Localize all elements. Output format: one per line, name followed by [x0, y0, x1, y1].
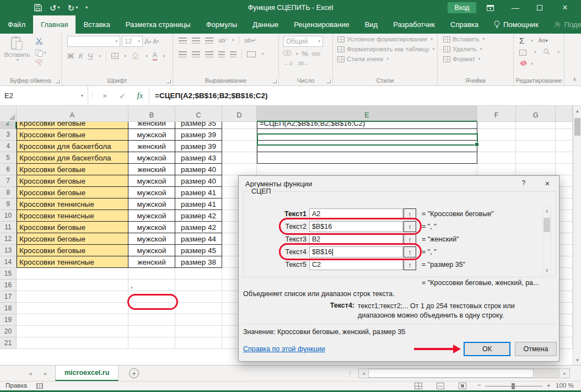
- cell-E5[interactable]: [257, 152, 477, 164]
- column-header-A[interactable]: A: [17, 106, 128, 122]
- merge-center-icon[interactable]: [247, 51, 256, 57]
- cell-A11[interactable]: Кроссовки беговые: [17, 222, 128, 233]
- row-header-15[interactable]: 15: [0, 268, 17, 280]
- increase-indent-icon[interactable]: [230, 51, 236, 57]
- cell-A4[interactable]: Кроссовки для баскетбола: [17, 141, 128, 152]
- close-button[interactable]: ×: [556, 0, 574, 15]
- cell-A20[interactable]: [17, 326, 128, 337]
- delete-cells-button[interactable]: Удалить▾: [443, 46, 513, 52]
- cell-C4[interactable]: размер 39: [175, 141, 222, 152]
- cell-C9[interactable]: размер 41: [175, 198, 222, 210]
- row-header-19[interactable]: 19: [0, 314, 17, 326]
- cell-B16[interactable]: ,: [128, 280, 175, 291]
- cell-C17[interactable]: [175, 291, 222, 303]
- column-header-partial[interactable]: [556, 106, 573, 122]
- cell-C15[interactable]: [175, 268, 222, 280]
- arg3-input[interactable]: B2: [309, 234, 403, 245]
- cell-A9[interactable]: Кроссовки теннисные: [17, 198, 128, 210]
- new-sheet-icon[interactable]: +: [129, 368, 139, 378]
- zoom-slider-thumb[interactable]: [512, 383, 515, 389]
- cell-A16[interactable]: [17, 280, 128, 291]
- row-header-20[interactable]: 20: [0, 326, 17, 337]
- cell-B18[interactable]: [128, 303, 175, 314]
- name-box-resize-handle[interactable]: ⋮: [88, 86, 96, 105]
- tab-help[interactable]: Справка: [443, 15, 486, 34]
- cell-B12[interactable]: мужской: [128, 233, 175, 245]
- cell-B14[interactable]: женский: [128, 256, 175, 268]
- cell-D4[interactable]: [222, 141, 257, 152]
- cell-F5[interactable]: [477, 152, 516, 164]
- font-color-icon[interactable]: A: [153, 51, 157, 61]
- cell-D3[interactable]: [222, 129, 257, 141]
- row-header-4[interactable]: 4: [0, 141, 17, 152]
- fill-color-icon[interactable]: [131, 52, 139, 61]
- insert-function-icon[interactable]: fx: [131, 86, 149, 105]
- cell-B8[interactable]: мужской: [128, 187, 175, 198]
- cell-G4[interactable]: [516, 141, 556, 152]
- zoom-out-icon[interactable]: −: [477, 382, 481, 388]
- column-header-D[interactable]: D: [222, 106, 257, 122]
- cell-D6[interactable]: [222, 164, 257, 175]
- cell-A10[interactable]: Кроссовки теннисные: [17, 210, 128, 222]
- arg5-range-select-icon[interactable]: ↑: [404, 259, 416, 270]
- format-painter-icon[interactable]: [35, 60, 46, 68]
- tab-assistant[interactable]: Помощник: [486, 15, 546, 34]
- row-header-14[interactable]: 14: [0, 256, 17, 268]
- cell-B11[interactable]: мужской: [128, 222, 175, 233]
- vertical-scrollbar[interactable]: ▲ ▼: [573, 106, 581, 365]
- arg3-range-select-icon[interactable]: ↑: [404, 234, 416, 245]
- font-name-select[interactable]: ▾: [67, 36, 120, 47]
- tab-home[interactable]: Главная: [33, 15, 76, 34]
- tab-review[interactable]: Рецензирование: [286, 15, 357, 34]
- cell-F4[interactable]: [477, 141, 516, 152]
- cell-B10[interactable]: мужской: [128, 210, 175, 222]
- scroll-right-icon[interactable]: ▸: [560, 369, 569, 378]
- vertical-scroll-thumb[interactable]: [574, 118, 580, 136]
- decrease-indent-icon[interactable]: [218, 51, 225, 57]
- normal-view-icon[interactable]: [415, 383, 422, 389]
- bold-button[interactable]: Ж: [67, 52, 74, 60]
- cell-D5[interactable]: [222, 152, 257, 164]
- number-dialog-launcher-icon[interactable]: [327, 79, 331, 83]
- copy-icon[interactable]: ▾: [35, 49, 46, 57]
- align-center-icon[interactable]: [192, 51, 200, 57]
- cell-B6[interactable]: женский: [128, 164, 175, 175]
- cell-A8[interactable]: Кроссовки беговые: [17, 187, 128, 198]
- row-header-13[interactable]: 13: [0, 245, 17, 256]
- cell-E4[interactable]: [257, 141, 477, 152]
- zoom-level[interactable]: 100 %: [556, 382, 574, 389]
- fill-down-icon[interactable]: ↓: [519, 50, 526, 56]
- wrap-text-icon[interactable]: ab↵: [245, 37, 256, 44]
- tab-insert[interactable]: Вставка: [76, 15, 117, 34]
- scroll-down-icon[interactable]: ▼: [573, 355, 581, 365]
- cell-C6[interactable]: размер 40: [175, 164, 222, 175]
- cell-B4[interactable]: женский: [128, 141, 175, 152]
- scroll-up-icon[interactable]: ▲: [573, 106, 581, 116]
- borders-icon[interactable]: [111, 53, 119, 59]
- dialog-scrollbar[interactable]: ∧ ∨: [542, 206, 551, 275]
- row-header-8[interactable]: 8: [0, 187, 17, 198]
- zoom-in-icon[interactable]: +: [547, 382, 551, 389]
- collapse-ribbon-icon[interactable]: ∧: [573, 76, 577, 82]
- find-select-icon[interactable]: [543, 48, 550, 57]
- arg2-input[interactable]: $B$16: [309, 221, 403, 232]
- cell-B3[interactable]: мужской: [128, 129, 175, 141]
- tab-developer[interactable]: Разработчик: [385, 15, 443, 34]
- cell-C21[interactable]: [175, 337, 222, 349]
- column-header-C[interactable]: C: [175, 106, 222, 122]
- conditional-formatting-button[interactable]: Условное форматирование▾: [337, 36, 437, 42]
- cell-C10[interactable]: размер 42: [175, 210, 222, 222]
- cell-B9[interactable]: мужской: [128, 198, 175, 210]
- cell-C13[interactable]: размер 45: [175, 245, 222, 256]
- cancel-button[interactable]: Отмена: [515, 342, 557, 356]
- tab-view[interactable]: Вид: [357, 15, 386, 34]
- align-middle-icon[interactable]: [192, 37, 200, 44]
- row-header-21[interactable]: 21: [0, 337, 17, 349]
- page-break-view-icon[interactable]: [459, 383, 466, 389]
- row-header-16[interactable]: 16: [0, 280, 17, 291]
- increase-decimal-icon[interactable]: ←.0: [283, 61, 293, 66]
- column-header-E[interactable]: E: [257, 106, 477, 122]
- cell-A15[interactable]: [17, 268, 128, 280]
- cell-F6[interactable]: [477, 164, 516, 175]
- autosum-icon[interactable]: Σ: [519, 36, 524, 45]
